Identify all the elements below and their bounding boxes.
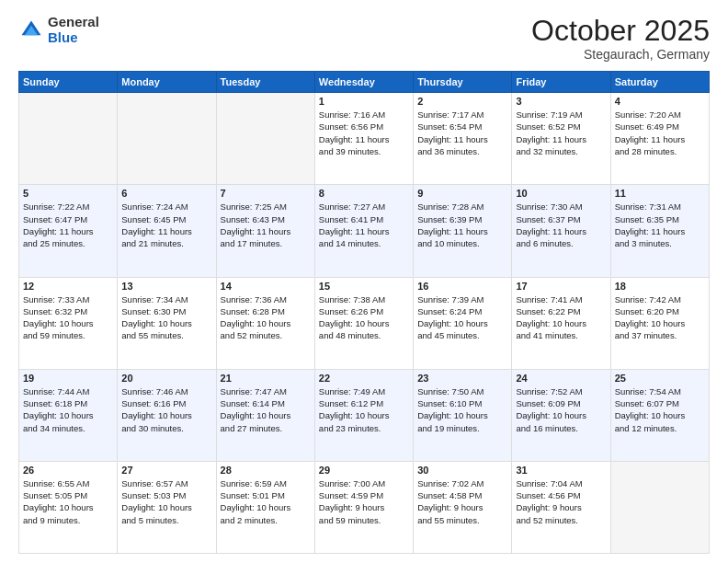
day-info: Sunrise: 7:28 AM Sunset: 6:39 PM Dayligh… xyxy=(417,201,507,249)
day-info: Sunrise: 7:30 AM Sunset: 6:37 PM Dayligh… xyxy=(516,201,606,249)
calendar-table: Sunday Monday Tuesday Wednesday Thursday… xyxy=(18,71,710,554)
calendar-cell-w3-d4: 15Sunrise: 7:38 AM Sunset: 6:26 PM Dayli… xyxy=(314,277,413,369)
day-info: Sunrise: 7:50 AM Sunset: 6:10 PM Dayligh… xyxy=(417,385,507,434)
location: Stegaurach, Germany xyxy=(531,47,710,62)
col-thursday: Thursday xyxy=(414,72,512,93)
day-info: Sunrise: 7:36 AM Sunset: 6:28 PM Dayligh… xyxy=(221,293,311,342)
calendar-cell-w3-d6: 17Sunrise: 7:41 AM Sunset: 6:22 PM Dayli… xyxy=(512,277,610,369)
month-title: October 2025 xyxy=(531,15,710,47)
calendar-cell-w4-d5: 23Sunrise: 7:50 AM Sunset: 6:10 PM Dayli… xyxy=(414,369,512,461)
day-info: Sunrise: 7:00 AM Sunset: 4:59 PM Dayligh… xyxy=(319,477,409,526)
day-info: Sunrise: 7:31 AM Sunset: 6:35 PM Dayligh… xyxy=(615,201,705,249)
day-number: 21 xyxy=(221,373,311,384)
day-info: Sunrise: 7:20 AM Sunset: 6:49 PM Dayligh… xyxy=(615,109,705,157)
calendar-cell-w1-d7: 4Sunrise: 7:20 AM Sunset: 6:49 PM Daylig… xyxy=(610,93,709,185)
calendar-cell-w1-d4: 1Sunrise: 7:16 AM Sunset: 6:56 PM Daylig… xyxy=(314,93,413,185)
day-number: 2 xyxy=(417,96,507,107)
calendar-cell-w4-d6: 24Sunrise: 7:52 AM Sunset: 6:09 PM Dayli… xyxy=(512,369,610,461)
logo-general: General xyxy=(48,15,99,30)
calendar-cell-w5-d5: 30Sunrise: 7:02 AM Sunset: 4:58 PM Dayli… xyxy=(414,461,512,553)
day-info: Sunrise: 6:55 AM Sunset: 5:05 PM Dayligh… xyxy=(23,477,113,526)
calendar-cell-w2-d5: 9Sunrise: 7:28 AM Sunset: 6:39 PM Daylig… xyxy=(414,185,512,277)
calendar-cell-w3-d2: 13Sunrise: 7:34 AM Sunset: 6:30 PM Dayli… xyxy=(118,277,216,369)
calendar-cell-w1-d3 xyxy=(216,93,314,185)
day-info: Sunrise: 7:47 AM Sunset: 6:14 PM Dayligh… xyxy=(221,385,311,434)
day-number: 9 xyxy=(417,188,507,199)
day-info: Sunrise: 6:59 AM Sunset: 5:01 PM Dayligh… xyxy=(221,477,311,526)
calendar-cell-w5-d3: 28Sunrise: 6:59 AM Sunset: 5:01 PM Dayli… xyxy=(216,461,314,553)
day-number: 16 xyxy=(417,281,507,292)
calendar-cell-w4-d4: 22Sunrise: 7:49 AM Sunset: 6:12 PM Dayli… xyxy=(314,369,413,461)
day-number: 18 xyxy=(615,281,705,292)
day-number: 12 xyxy=(23,281,113,292)
day-info: Sunrise: 7:02 AM Sunset: 4:58 PM Dayligh… xyxy=(417,477,507,526)
day-info: Sunrise: 7:22 AM Sunset: 6:47 PM Dayligh… xyxy=(23,201,113,249)
day-info: Sunrise: 6:57 AM Sunset: 5:03 PM Dayligh… xyxy=(121,477,211,526)
day-number: 10 xyxy=(516,188,606,199)
col-tuesday: Tuesday xyxy=(216,72,314,93)
calendar-cell-w4-d2: 20Sunrise: 7:46 AM Sunset: 6:16 PM Dayli… xyxy=(118,369,216,461)
day-number: 28 xyxy=(221,465,311,476)
day-info: Sunrise: 7:41 AM Sunset: 6:22 PM Dayligh… xyxy=(516,293,606,342)
col-saturday: Saturday xyxy=(610,72,709,93)
calendar-cell-w1-d5: 2Sunrise: 7:17 AM Sunset: 6:54 PM Daylig… xyxy=(414,93,512,185)
calendar-cell-w4-d3: 21Sunrise: 7:47 AM Sunset: 6:14 PM Dayli… xyxy=(216,369,314,461)
logo-icon xyxy=(18,17,44,43)
day-info: Sunrise: 7:19 AM Sunset: 6:52 PM Dayligh… xyxy=(516,109,606,157)
day-info: Sunrise: 7:44 AM Sunset: 6:18 PM Dayligh… xyxy=(23,385,113,434)
day-number: 25 xyxy=(615,373,705,384)
calendar-header-row: Sunday Monday Tuesday Wednesday Thursday… xyxy=(19,72,710,93)
day-info: Sunrise: 7:42 AM Sunset: 6:20 PM Dayligh… xyxy=(615,293,705,342)
col-sunday: Sunday xyxy=(19,72,118,93)
calendar-cell-w3-d3: 14Sunrise: 7:36 AM Sunset: 6:28 PM Dayli… xyxy=(216,277,314,369)
day-info: Sunrise: 7:24 AM Sunset: 6:45 PM Dayligh… xyxy=(121,201,211,249)
day-number: 26 xyxy=(23,465,113,476)
logo-text: General Blue xyxy=(48,15,99,45)
day-number: 1 xyxy=(319,96,409,107)
logo: General Blue xyxy=(18,15,99,45)
calendar-week-4: 19Sunrise: 7:44 AM Sunset: 6:18 PM Dayli… xyxy=(19,369,710,461)
calendar-cell-w1-d1 xyxy=(19,93,118,185)
calendar-cell-w5-d2: 27Sunrise: 6:57 AM Sunset: 5:03 PM Dayli… xyxy=(118,461,216,553)
calendar-cell-w1-d6: 3Sunrise: 7:19 AM Sunset: 6:52 PM Daylig… xyxy=(512,93,610,185)
calendar-cell-w5-d4: 29Sunrise: 7:00 AM Sunset: 4:59 PM Dayli… xyxy=(314,461,413,553)
calendar-cell-w2-d3: 7Sunrise: 7:25 AM Sunset: 6:43 PM Daylig… xyxy=(216,185,314,277)
header: General Blue October 2025 Stegaurach, Ge… xyxy=(18,15,710,62)
day-number: 31 xyxy=(516,465,606,476)
logo-blue: Blue xyxy=(48,30,99,46)
day-info: Sunrise: 7:25 AM Sunset: 6:43 PM Dayligh… xyxy=(221,201,311,249)
page: General Blue October 2025 Stegaurach, Ge… xyxy=(0,0,728,563)
day-number: 7 xyxy=(221,188,311,199)
calendar-cell-w4-d7: 25Sunrise: 7:54 AM Sunset: 6:07 PM Dayli… xyxy=(610,369,709,461)
day-number: 6 xyxy=(121,188,211,199)
day-number: 8 xyxy=(319,188,409,199)
day-info: Sunrise: 7:54 AM Sunset: 6:07 PM Dayligh… xyxy=(615,385,705,434)
calendar-cell-w3-d5: 16Sunrise: 7:39 AM Sunset: 6:24 PM Dayli… xyxy=(414,277,512,369)
day-number: 3 xyxy=(516,96,606,107)
col-monday: Monday xyxy=(118,72,216,93)
day-number: 27 xyxy=(121,465,211,476)
col-friday: Friday xyxy=(512,72,610,93)
day-number: 22 xyxy=(319,373,409,384)
day-number: 30 xyxy=(417,465,507,476)
day-info: Sunrise: 7:34 AM Sunset: 6:30 PM Dayligh… xyxy=(121,293,211,342)
calendar-cell-w5-d7 xyxy=(610,461,709,553)
day-number: 24 xyxy=(516,373,606,384)
day-number: 11 xyxy=(615,188,705,199)
day-info: Sunrise: 7:52 AM Sunset: 6:09 PM Dayligh… xyxy=(516,385,606,434)
day-info: Sunrise: 7:27 AM Sunset: 6:41 PM Dayligh… xyxy=(319,201,409,249)
day-number: 19 xyxy=(23,373,113,384)
calendar-cell-w2-d4: 8Sunrise: 7:27 AM Sunset: 6:41 PM Daylig… xyxy=(314,185,413,277)
calendar-cell-w2-d7: 11Sunrise: 7:31 AM Sunset: 6:35 PM Dayli… xyxy=(610,185,709,277)
day-number: 20 xyxy=(121,373,211,384)
calendar-cell-w3-d7: 18Sunrise: 7:42 AM Sunset: 6:20 PM Dayli… xyxy=(610,277,709,369)
day-number: 14 xyxy=(221,281,311,292)
calendar-week-3: 12Sunrise: 7:33 AM Sunset: 6:32 PM Dayli… xyxy=(19,277,710,369)
calendar-week-5: 26Sunrise: 6:55 AM Sunset: 5:05 PM Dayli… xyxy=(19,461,710,553)
calendar-cell-w2-d2: 6Sunrise: 7:24 AM Sunset: 6:45 PM Daylig… xyxy=(118,185,216,277)
day-info: Sunrise: 7:04 AM Sunset: 4:56 PM Dayligh… xyxy=(516,477,606,526)
day-number: 4 xyxy=(615,96,705,107)
day-info: Sunrise: 7:16 AM Sunset: 6:56 PM Dayligh… xyxy=(319,109,409,157)
calendar-cell-w2-d6: 10Sunrise: 7:30 AM Sunset: 6:37 PM Dayli… xyxy=(512,185,610,277)
calendar-cell-w1-d2 xyxy=(118,93,216,185)
